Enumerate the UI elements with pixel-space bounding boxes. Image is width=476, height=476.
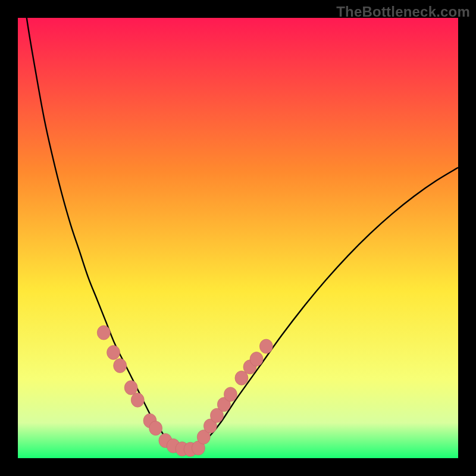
watermark-text: TheBottleneck.com [336,4,470,20]
plot-area [18,18,458,458]
bead-right-7 [250,352,263,367]
bead-left-4 [131,393,144,407]
chart-svg [18,18,458,458]
bottleneck-curve [18,18,458,449]
bead-right-8 [259,339,273,353]
bead-left-0 [97,325,110,340]
chart-frame: TheBottleneck.com [0,0,476,476]
bead-left-2 [114,359,127,373]
sweet-spot-beads [97,325,273,456]
bead-left-3 [124,381,137,395]
bead-left-1 [107,345,120,359]
bead-right-4 [224,387,237,402]
bead-left-6 [149,421,162,436]
